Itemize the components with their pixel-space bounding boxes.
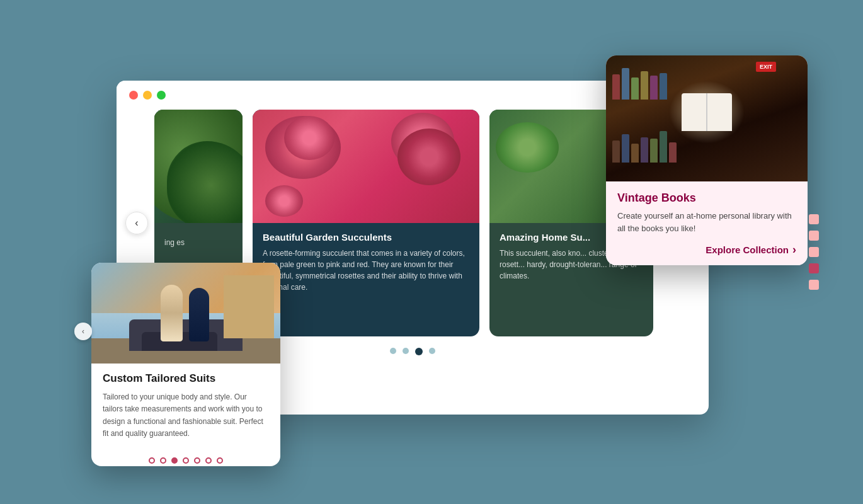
book-6	[660, 73, 667, 100]
right-dot-4[interactable]	[809, 263, 819, 273]
exit-sign: EXIT	[756, 62, 776, 72]
suits-dot-4[interactable]	[183, 457, 189, 464]
book-5	[650, 76, 658, 100]
suits-dot-3[interactable]	[171, 457, 178, 464]
suits-dot-7[interactable]	[217, 457, 223, 464]
right-dot-1[interactable]	[809, 214, 819, 224]
open-book	[682, 93, 732, 131]
minimize-dot[interactable]	[143, 91, 152, 100]
flowers-image	[253, 110, 479, 223]
suits-dot-5[interactable]	[194, 457, 200, 464]
carousel-dot-1[interactable]	[390, 348, 396, 354]
suits-content: Custom Tailored Suits Tailored to your u…	[91, 364, 280, 451]
suits-desc: Tailored to your unique body and style. …	[103, 391, 269, 440]
right-dot-5[interactable]	[809, 280, 819, 290]
books-image: EXIT	[606, 55, 808, 181]
books-title: Vintage Books	[617, 192, 796, 205]
suits-image	[91, 263, 280, 364]
books-card: EXIT Vintage Books Create yourself an at…	[606, 55, 808, 265]
shelf-row-bottom	[612, 131, 801, 163]
suits-dots	[91, 451, 280, 466]
book-2	[622, 68, 629, 100]
leaf-card-content: ing es	[154, 223, 243, 257]
leaf-image	[154, 110, 243, 223]
figure-suit-1	[161, 285, 183, 341]
close-dot[interactable]	[129, 91, 138, 100]
petal-3	[265, 185, 303, 217]
suits-prev-button[interactable]: ‹	[74, 323, 92, 340]
explore-collection-arrow-icon: ›	[792, 243, 796, 256]
book-1	[612, 74, 620, 100]
right-indicator-dots	[809, 214, 819, 290]
carousel-dot-2[interactable]	[403, 348, 409, 354]
maximize-dot[interactable]	[157, 91, 166, 100]
books-desc: Create yourself an at-home personal libr…	[617, 210, 796, 234]
carousel-prev-button[interactable]: ‹	[125, 212, 148, 234]
petal-2	[391, 113, 454, 169]
building	[224, 275, 274, 338]
suits-card: Custom Tailored Suits Tailored to your u…	[91, 263, 280, 466]
suits-title: Custom Tailored Suits	[103, 372, 269, 385]
books-content: Vintage Books Create yourself an at-home…	[606, 181, 808, 265]
suits-dot-1[interactable]	[149, 457, 155, 464]
carousel-dot-3[interactable]	[415, 348, 423, 355]
suits-dot-2[interactable]	[160, 457, 166, 464]
right-dot-2[interactable]	[809, 231, 819, 241]
explore-collection-label: Explore Collection	[706, 244, 789, 255]
carousel-dot-4[interactable]	[429, 348, 435, 354]
book-4	[641, 71, 648, 100]
carousel-card-flowers: Beautiful Garden Succulents A rosette-fo…	[253, 110, 479, 336]
book-3	[631, 77, 639, 100]
right-dot-3[interactable]	[809, 247, 819, 257]
flowers-card-content: Beautiful Garden Succulents A rosette-fo…	[253, 223, 479, 302]
flowers-card-desc: A rosette-forming succulent that comes i…	[263, 248, 469, 293]
figure-suit-2	[189, 288, 209, 341]
suits-dot-6[interactable]	[205, 457, 212, 464]
flowers-card-title: Beautiful Garden Succulents	[263, 232, 469, 243]
petal-1	[284, 116, 334, 160]
explore-collection-button[interactable]: Explore Collection ›	[617, 243, 796, 256]
leaf-card-desc: ing es	[164, 237, 232, 248]
